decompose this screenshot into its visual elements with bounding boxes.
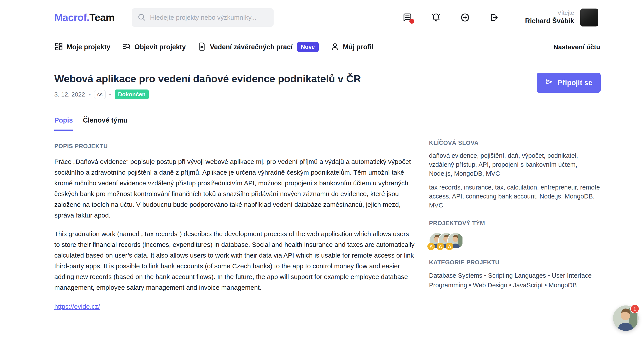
main-nav: Moje projekty Objevit projekty Vedení zá… — [0, 35, 644, 59]
search-icon — [137, 13, 146, 22]
new-badge: Nové — [297, 42, 319, 52]
unread-messages-dot — [410, 19, 414, 24]
nav-label: Moje projekty — [66, 43, 110, 51]
welcome-label: Vítejte — [525, 9, 574, 17]
notifications-bell-icon[interactable] — [431, 13, 441, 22]
project-title: Webová aplikace pro vedení daňové eviden… — [54, 73, 361, 85]
admin-badge: A — [446, 243, 453, 250]
logout-icon[interactable] — [489, 13, 499, 22]
document-icon — [198, 42, 206, 52]
app-logo[interactable]: Macrof.Team — [54, 11, 114, 23]
admin-badge: A — [436, 243, 444, 250]
search-list-icon — [122, 42, 131, 52]
chat-widget-avatar[interactable]: 1 — [613, 306, 638, 331]
keywords-english: tax records, insurance, tax, calculation… — [429, 183, 601, 210]
status-badge: Dokončen — [115, 89, 149, 99]
tab-description[interactable]: Popis — [54, 116, 73, 131]
meta-dot: • — [88, 91, 91, 98]
nav-item-thesis-supervision[interactable]: Vedení závěrečných prací Nové — [198, 42, 319, 52]
chat-notification-badge: 1 — [630, 304, 640, 313]
logo-part-1: Macrof. — [54, 12, 89, 23]
search-bar[interactable] — [132, 8, 274, 27]
grid-icon — [54, 42, 63, 52]
project-categories: Database Systems • Scripting Languages •… — [429, 271, 601, 290]
join-button-label: Připojit se — [557, 78, 592, 87]
project-tabs: Popis Členové týmu — [54, 116, 415, 131]
add-project-icon[interactable] — [460, 13, 470, 22]
welcome-block: Vítejte Richard Švábík — [525, 9, 574, 25]
project-page: Webová aplikace pro vedení daňové eviden… — [0, 59, 644, 310]
description-english: This graduation work (named „Tax records… — [54, 228, 415, 293]
description-heading: POPIS PROJEKTU — [54, 143, 415, 150]
person-icon — [330, 42, 339, 52]
meta-dot: • — [109, 91, 111, 98]
admin-badge: A — [427, 243, 435, 250]
search-input[interactable] — [150, 14, 268, 21]
app-header: Macrof.Team Vítejte Richard Švábík — [0, 0, 644, 35]
description-czech: Práce „Daňová evidence“ popisuje postup … — [54, 156, 415, 221]
project-date: 3. 12. 2022 — [54, 91, 85, 98]
nav-label: Objevit projekty — [134, 43, 186, 51]
team-member-avatar[interactable]: A — [447, 232, 464, 249]
nav-label: Vedení závěrečných prací — [210, 43, 292, 51]
tab-team-members[interactable]: Členové týmu — [83, 116, 127, 131]
team-avatars: A A A — [429, 232, 601, 249]
language-badge: cs — [94, 90, 106, 99]
project-link[interactable]: https://evide.cz/ — [54, 303, 100, 310]
project-meta: 3. 12. 2022 • cs • Dokončen — [54, 89, 361, 99]
nav-item-account-settings[interactable]: Nastavení účtu — [554, 43, 600, 51]
logo-part-2: Team — [89, 12, 114, 23]
send-icon — [545, 78, 553, 87]
nav-item-my-projects[interactable]: Moje projekty — [54, 42, 110, 52]
nav-label: Můj profil — [343, 43, 373, 51]
user-avatar[interactable] — [580, 8, 598, 26]
keywords-heading: KLÍČOVÁ SLOVA — [429, 140, 601, 146]
join-button[interactable]: Připojit se — [537, 73, 601, 93]
nav-item-discover-projects[interactable]: Objevit projekty — [122, 42, 186, 52]
nav-item-my-profile[interactable]: Můj profil — [330, 42, 373, 52]
categories-heading: KATEGORIE PROJEKTU — [429, 259, 601, 266]
project-header: Webová aplikace pro vedení daňové eviden… — [54, 73, 361, 99]
project-sidebar: KLÍČOVÁ SLOVA daňová evidence, pojištění… — [429, 116, 601, 310]
keywords-czech: daňová evidence, pojištění, daň, výpočet… — [429, 151, 601, 178]
team-heading: PROJEKTOVÝ TÝM — [429, 220, 601, 227]
user-name: Richard Švábík — [525, 17, 574, 25]
footer-divider — [0, 332, 644, 332]
messages-icon[interactable] — [402, 13, 412, 22]
